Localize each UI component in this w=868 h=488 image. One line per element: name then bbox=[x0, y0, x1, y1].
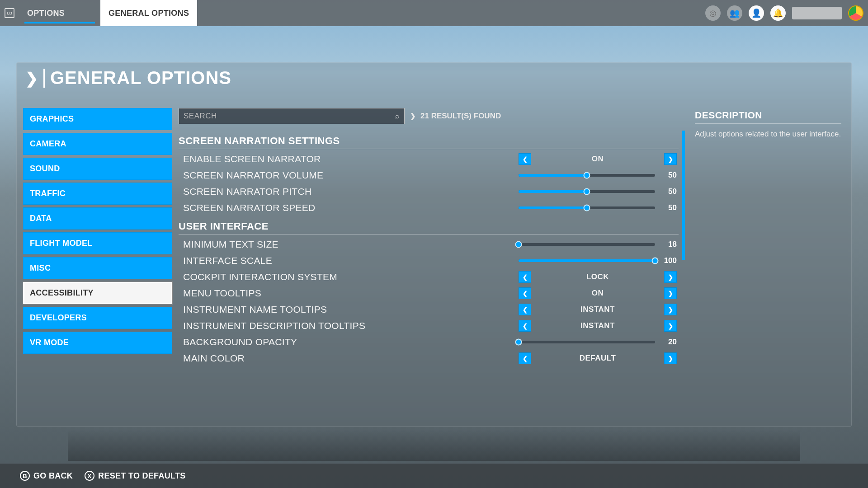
group-header: SCREEN NARRATION SETTINGS bbox=[179, 135, 679, 147]
nav-tab-options[interactable]: OPTIONS bbox=[19, 0, 100, 26]
sidebar-item-developers[interactable]: DEVELOPERS bbox=[23, 307, 172, 329]
toggle-prev-button[interactable]: ❮ bbox=[519, 271, 531, 283]
reset-defaults-button[interactable]: X RESET TO DEFAULTS bbox=[85, 471, 185, 481]
setting-label: INTERFACE SCALE bbox=[183, 255, 272, 266]
slider-control: 100 bbox=[519, 256, 677, 265]
toggle-next-button[interactable]: ❯ bbox=[664, 287, 677, 299]
slider-thumb[interactable] bbox=[584, 205, 590, 211]
toggle-control: ❮ON❯ bbox=[519, 287, 677, 299]
page-title-row: ❯ GENERAL OPTIONS bbox=[25, 68, 231, 88]
slider-thumb[interactable] bbox=[584, 172, 590, 179]
toggle-prev-button[interactable]: ❮ bbox=[519, 304, 531, 315]
slider-track[interactable] bbox=[519, 174, 655, 177]
sidebar-item-sound[interactable]: SOUND bbox=[23, 158, 172, 180]
sidebar-item-flight-model[interactable]: FLIGHT MODEL bbox=[23, 232, 172, 254]
setting-label: SCREEN NARRATOR SPEED bbox=[183, 202, 316, 213]
slider-value: 100 bbox=[661, 256, 677, 265]
toggle-next-button[interactable]: ❯ bbox=[664, 153, 677, 165]
sidebar-item-graphics[interactable]: GRAPHICS bbox=[23, 108, 172, 130]
marketplace-icon[interactable]: ◎ bbox=[705, 5, 721, 21]
toggle-prev-button[interactable]: ❮ bbox=[519, 320, 531, 332]
slider-track[interactable] bbox=[519, 206, 655, 209]
setting-row[interactable]: INSTRUMENT DESCRIPTION TOOLTIPS❮INSTANT❯ bbox=[179, 318, 679, 334]
cockpit-backdrop bbox=[68, 429, 800, 461]
sidebar-item-data[interactable]: DATA bbox=[23, 207, 172, 230]
keycap-b: B bbox=[20, 471, 30, 481]
toggle-value: INSTANT bbox=[531, 321, 664, 330]
sidebar-item-vr-mode[interactable]: VR MODE bbox=[23, 332, 172, 354]
community-icon[interactable]: 👥 bbox=[727, 5, 742, 21]
toggle-next-button[interactable]: ❯ bbox=[664, 320, 677, 332]
chevron-right-icon: ❯ bbox=[410, 112, 416, 120]
setting-label: INSTRUMENT DESCRIPTION TOOLTIPS bbox=[183, 320, 365, 331]
setting-row[interactable]: SCREEN NARRATOR SPEED50 bbox=[179, 200, 679, 216]
setting-label: SCREEN NARRATOR PITCH bbox=[183, 186, 311, 197]
top-bar: LB OPTIONS GENERAL OPTIONS ◎ 👥 👤 🔔 bbox=[0, 0, 868, 26]
category-sidebar: GRAPHICSCAMERASOUNDTRAFFICDATAFLIGHT MOD… bbox=[22, 106, 173, 421]
setting-row[interactable]: SCREEN NARRATOR VOLUME50 bbox=[179, 167, 679, 183]
go-back-button[interactable]: B GO BACK bbox=[20, 471, 73, 481]
slider-track[interactable] bbox=[519, 259, 655, 262]
search-icon: ⌕ bbox=[395, 112, 400, 120]
sidebar-item-traffic[interactable]: TRAFFIC bbox=[23, 183, 172, 205]
toggle-control: ❮DEFAULT❯ bbox=[519, 352, 677, 364]
slider-thumb[interactable] bbox=[515, 241, 522, 248]
settings-list[interactable]: SCREEN NARRATION SETTINGSENABLE SCREEN N… bbox=[179, 131, 685, 419]
lb-indicator: LB bbox=[5, 8, 14, 18]
setting-row[interactable]: MINIMUM TEXT SIZE18 bbox=[179, 236, 679, 253]
search-input[interactable] bbox=[184, 112, 395, 121]
slider-control: 20 bbox=[519, 338, 677, 347]
avatar[interactable] bbox=[848, 5, 863, 21]
setting-row[interactable]: SCREEN NARRATOR PITCH50 bbox=[179, 183, 679, 200]
toggle-prev-button[interactable]: ❮ bbox=[519, 352, 531, 364]
toggle-prev-button[interactable]: ❮ bbox=[519, 153, 531, 165]
toggle-value: ON bbox=[531, 289, 664, 298]
search-results-count[interactable]: ❯ 21 RESULT(S) FOUND bbox=[410, 112, 501, 121]
description-rule bbox=[695, 123, 841, 124]
toggle-prev-button[interactable]: ❮ bbox=[519, 287, 531, 299]
setting-row[interactable]: MAIN COLOR❮DEFAULT❯ bbox=[179, 350, 679, 366]
search-box[interactable]: ⌕ bbox=[179, 108, 405, 124]
setting-label: MAIN COLOR bbox=[183, 353, 245, 364]
settings-scrollbar[interactable] bbox=[682, 131, 685, 419]
description-pane: DESCRIPTION Adjust options related to th… bbox=[692, 106, 846, 421]
slider-thumb[interactable] bbox=[584, 188, 590, 195]
sidebar-item-camera[interactable]: CAMERA bbox=[23, 133, 172, 155]
slider-control: 18 bbox=[519, 240, 677, 249]
toggle-control: ❮INSTANT❯ bbox=[519, 304, 677, 315]
sidebar-item-misc[interactable]: MISC bbox=[23, 257, 172, 279]
setting-row[interactable]: INSTRUMENT NAME TOOLTIPS❮INSTANT❯ bbox=[179, 301, 679, 318]
gamertag-plate[interactable] bbox=[792, 7, 842, 19]
nav-tab-general-options[interactable]: GENERAL OPTIONS bbox=[100, 0, 197, 26]
slider-track[interactable] bbox=[519, 190, 655, 193]
setting-row[interactable]: COCKPIT INTERACTION SYSTEM❮LOCK❯ bbox=[179, 269, 679, 285]
setting-row[interactable]: MENU TOOLTIPS❮ON❯ bbox=[179, 285, 679, 301]
settings-column: ⌕ ❯ 21 RESULT(S) FOUND SCREEN NARRATION … bbox=[178, 106, 688, 421]
toggle-control: ❮INSTANT❯ bbox=[519, 320, 677, 332]
profile-icon[interactable]: 👤 bbox=[749, 5, 764, 21]
setting-label: BACKGROUND OPACITY bbox=[183, 337, 297, 347]
group-rule bbox=[179, 149, 679, 149]
setting-row[interactable]: INTERFACE SCALE100 bbox=[179, 253, 679, 269]
go-back-label: GO BACK bbox=[33, 471, 73, 481]
toggle-next-button[interactable]: ❯ bbox=[664, 271, 677, 283]
slider-thumb[interactable] bbox=[515, 339, 522, 346]
toggle-next-button[interactable]: ❯ bbox=[664, 352, 677, 364]
group-header: USER INTERFACE bbox=[179, 221, 679, 232]
slider-value: 50 bbox=[661, 187, 677, 196]
setting-row[interactable]: ENABLE SCREEN NARRATOR❮ON❯ bbox=[179, 151, 679, 167]
slider-value: 18 bbox=[661, 240, 677, 249]
description-body: Adjust options related to the user inter… bbox=[695, 129, 841, 139]
sidebar-item-accessibility[interactable]: ACCESSIBILITY bbox=[23, 282, 172, 304]
setting-label: COCKPIT INTERACTION SYSTEM bbox=[183, 272, 337, 282]
title-divider bbox=[43, 69, 45, 88]
toggle-control: ❮ON❯ bbox=[519, 153, 677, 165]
slider-thumb[interactable] bbox=[652, 258, 659, 264]
toggle-next-button[interactable]: ❯ bbox=[664, 304, 677, 315]
notifications-icon[interactable]: 🔔 bbox=[770, 5, 786, 21]
setting-row[interactable]: BACKGROUND OPACITY20 bbox=[179, 334, 679, 350]
slider-track[interactable] bbox=[519, 341, 655, 343]
slider-track[interactable] bbox=[519, 243, 655, 246]
setting-label: MENU TOOLTIPS bbox=[183, 288, 261, 299]
group-rule bbox=[179, 234, 679, 235]
